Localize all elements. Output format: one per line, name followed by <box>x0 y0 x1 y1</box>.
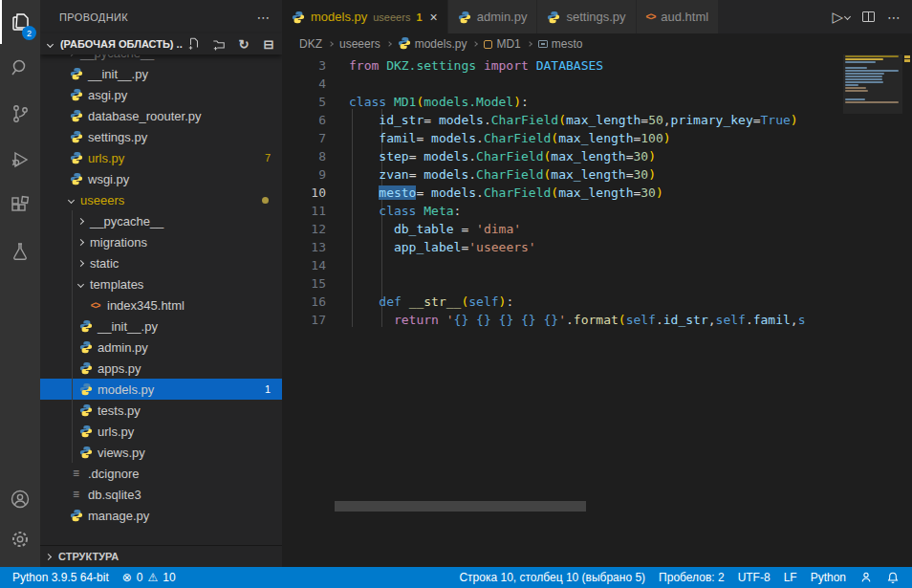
tab-aud.html[interactable]: <>aud.html <box>637 0 720 33</box>
breadcrumb-label: DKZ <box>299 37 322 51</box>
python-file-icon <box>78 319 93 333</box>
minimap[interactable] <box>843 54 902 341</box>
tree-file-__init__.py[interactable]: __init__.py <box>40 316 282 337</box>
new-file-icon[interactable] <box>186 36 202 52</box>
code-line: class Meta: <box>349 202 461 220</box>
encoding-status[interactable]: UTF-8 <box>731 567 777 588</box>
vscode-window: 2 ПРОВОДНИК ⋯ (РАБОЧАЯ ОБЛ <box>0 0 912 588</box>
breadcrumb-label: mesto <box>552 37 583 51</box>
collapse-all-icon[interactable]: ⊟ <box>261 36 276 52</box>
language-mode-status[interactable]: Python <box>804 567 853 588</box>
tree-file-urls.py[interactable]: urls.py7 <box>40 147 282 168</box>
tree-file-apps.py[interactable]: apps.py <box>40 358 282 379</box>
line-number: 13 <box>282 238 326 256</box>
tree-file-wsgi.py[interactable]: wsgi.py <box>40 168 282 189</box>
tree-item-label: views.py <box>98 446 145 460</box>
tree-file-manage.py[interactable]: manage.py <box>40 505 282 526</box>
run-button[interactable]: ▷ <box>832 9 850 26</box>
testing-icon[interactable] <box>0 229 40 273</box>
explorer-more-actions-icon[interactable]: ⋯ <box>257 10 271 25</box>
tree-file-.dcignore[interactable]: ≡.dcignore <box>40 463 282 484</box>
code-line: db_table = 'dima' <box>349 220 521 238</box>
code-line: class MD1(models.Model): <box>349 93 529 111</box>
line-number: 3 <box>282 56 326 75</box>
horizontal-scrollbar[interactable] <box>335 501 586 512</box>
source-control-icon[interactable] <box>0 92 40 136</box>
code-line: from DKZ.settings import DATABASES <box>349 56 603 75</box>
tab-settings.py[interactable]: settings.py <box>537 0 636 33</box>
explorer-icon[interactable]: 2 <box>0 0 40 44</box>
tree-item-label: static <box>90 256 119 271</box>
tree-file-admin.py[interactable]: admin.py <box>40 337 282 358</box>
settings-gear-icon[interactable] <box>0 517 40 561</box>
breadcrumb-label: useeers <box>339 37 380 51</box>
new-folder-icon[interactable] <box>211 36 227 52</box>
file-file-icon: ≡ <box>69 488 83 501</box>
code-area[interactable]: 3from DKZ.settings import DATABASES45cla… <box>282 54 912 567</box>
tab-close-icon[interactable]: × <box>430 10 438 25</box>
problems-badge: 7 <box>265 152 271 163</box>
breadcrumb-DKZ[interactable]: DKZ <box>299 37 322 51</box>
code-line: def __str__(self): <box>349 293 513 311</box>
breadcrumb-separator-icon <box>527 41 532 47</box>
tree-file-asgi.py[interactable]: asgi.py <box>40 84 282 105</box>
code-line: famil= models.CharField(max_length=100) <box>349 129 671 147</box>
line-number: 10 <box>282 184 326 202</box>
line-number: 12 <box>282 220 326 238</box>
refresh-icon[interactable]: ↻ <box>236 36 251 52</box>
outline-section-header[interactable]: СТРУКТУРА <box>40 545 282 567</box>
tree-folder-useeers[interactable]: useeers <box>40 189 282 210</box>
python-file-icon <box>547 11 560 24</box>
tree-file-index345.html[interactable]: <>index345.html <box>40 294 282 316</box>
line-number: 11 <box>282 202 326 220</box>
cursor-position-status[interactable]: Строка 10, столбец 10 (выбрано 5) <box>452 567 652 588</box>
tree-file-views.py[interactable]: views.py <box>40 442 282 463</box>
tree-item-label: __pycache__ <box>90 214 163 229</box>
tree-file-__init__.py[interactable]: __init__.py <box>40 63 282 84</box>
editor-more-actions-icon[interactable]: ⋯ <box>887 10 901 25</box>
eol-status[interactable]: LF <box>777 567 804 588</box>
breadcrumb-separator-icon <box>386 41 392 47</box>
breadcrumb-MD1[interactable]: MD1 <box>484 37 520 51</box>
breadcrumb-separator-icon <box>328 41 334 47</box>
notifications-bell-icon[interactable] <box>879 567 906 588</box>
tree-file-settings.py[interactable]: settings.py <box>40 126 282 147</box>
split-editor-icon[interactable] <box>862 11 875 22</box>
account-icon[interactable] <box>0 477 40 521</box>
python-interpreter-status[interactable]: Python 3.9.5 64-bit <box>6 567 116 588</box>
search-icon[interactable] <box>0 46 40 90</box>
extensions-icon[interactable] <box>0 184 40 228</box>
workspace-section-header[interactable]: (РАБОЧАЯ ОБЛАСТЬ) ... ↻ ⊟ <box>40 33 282 54</box>
indentation-status[interactable]: Пробелов: 2 <box>652 567 731 588</box>
tab-label: models.py <box>311 10 367 24</box>
minimap-line <box>845 101 899 103</box>
symbol-field-icon <box>538 40 548 48</box>
code-line: app_label='useeers' <box>349 238 536 256</box>
tree-folder-__pycache__[interactable]: __pycache__ <box>40 210 282 231</box>
tree-folder-templates[interactable]: templates <box>40 273 282 294</box>
breadcrumb-mesto[interactable]: mesto <box>538 37 583 51</box>
tree-folder-static[interactable]: static <box>40 252 282 273</box>
editor-group: models.pyuseeers1×admin.pysettings.py<>a… <box>282 0 912 567</box>
tab-admin.py[interactable]: admin.py <box>448 0 538 33</box>
feedback-icon[interactable] <box>853 567 879 588</box>
tree-folder-__pycache__[interactable]: __pycache__ <box>40 54 282 63</box>
tree-file-urls.py[interactable]: urls.py <box>40 421 282 442</box>
run-debug-icon[interactable] <box>0 138 40 182</box>
tree-file-models.py[interactable]: models.py1 <box>40 379 282 400</box>
tree-item-label: admin.py <box>98 340 148 355</box>
line-number: 7 <box>282 129 326 147</box>
minimap-line <box>845 87 866 89</box>
tab-label: aud.html <box>661 10 708 24</box>
breadcrumb-separator-icon <box>473 41 479 47</box>
problems-status[interactable]: ⊗ 0 ⚠ 10 <box>116 567 183 588</box>
tree-file-db.sqlite3[interactable]: ≡db.sqlite3 <box>40 484 282 505</box>
breadcrumbs: DKZuseeersmodels.pyMD1mesto <box>282 33 912 54</box>
tree-folder-migrations[interactable]: migrations <box>40 231 282 252</box>
tab-models.py[interactable]: models.pyuseeers1× <box>282 0 448 33</box>
tree-file-tests.py[interactable]: tests.py <box>40 400 282 421</box>
breadcrumb-models.py[interactable]: models.py <box>398 36 467 53</box>
explorer-title: ПРОВОДНИК <box>59 11 128 23</box>
tree-file-database_roouter.py[interactable]: database_roouter.py <box>40 105 282 126</box>
breadcrumb-useeers[interactable]: useeers <box>339 37 380 51</box>
